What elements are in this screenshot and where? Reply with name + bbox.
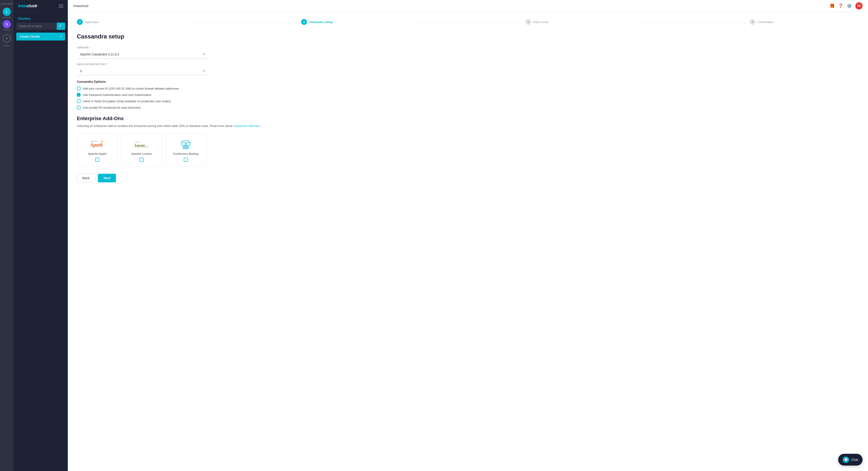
account-instaclustr[interactable]: I Instaclustr xyxy=(3,8,11,18)
main-content: ✓ Application 2 Cassandra Setup 3 Data C… xyxy=(68,12,868,471)
checkbox-private-ip-box[interactable] xyxy=(77,106,81,109)
lucene-icon: APACHE Lucene xyxy=(135,139,148,150)
checkbox-auth-label: Use Password Authentication and User Aut… xyxy=(83,93,151,97)
gift-icon: 🎁 xyxy=(830,3,835,8)
step-circle-4: 4 xyxy=(749,19,755,25)
addons-grid: APACHE Spark ★ Apache Spark APACHE Lucen… xyxy=(77,134,859,167)
replication-label: REPLICATION FACTOR * xyxy=(77,63,859,66)
addon-lucene-checkbox[interactable] xyxy=(140,158,144,162)
main-wrapper: Instaclustr 🎁 ❓ ⚙️ SS ✓ Application xyxy=(68,0,868,471)
addon-spark-checkbox[interactable] xyxy=(95,158,99,162)
addon-lucene-name: Apache Lucene xyxy=(131,152,152,155)
svg-text:Lucene: Lucene xyxy=(135,143,145,147)
checkbox-group: Add your current IP (220.245.32.246) to … xyxy=(77,87,859,109)
create-cluster-button[interactable]: Create Cluster + xyxy=(16,33,65,40)
backup-icon xyxy=(179,139,193,150)
nav-section-clusters: Clusters xyxy=(13,12,68,23)
checkbox-ip-box[interactable] xyxy=(77,87,81,90)
cassandra-options-title: Cassandra Options xyxy=(77,80,859,84)
step-circle-1: ✓ xyxy=(77,19,83,25)
addon-backup-checkbox[interactable] xyxy=(184,158,188,162)
gift-icon-button[interactable]: 🎁 xyxy=(830,3,835,8)
top-bar-title: Instaclustr xyxy=(73,4,89,8)
step-label-application: Application xyxy=(85,20,99,24)
nav-sidebar: instaclustr Clusters 🔍 Create Cluster + xyxy=(13,0,68,471)
account-avatar-instaclustr[interactable]: I xyxy=(3,8,11,16)
cassandra-options-group: Cassandra Options Add your current IP (2… xyxy=(77,80,859,109)
app-logo: instaclustr xyxy=(18,4,37,8)
cluster-search-button[interactable]: 🔍 xyxy=(57,23,65,30)
chat-button[interactable]: 💬 Chat xyxy=(838,454,863,466)
account-shivang[interactable]: S Shivang xyxy=(3,20,11,31)
back-button[interactable]: Back xyxy=(77,174,95,182)
step-confirmation: 4 Confirmation xyxy=(749,19,859,25)
checkbox-private-ip[interactable]: Use private IPs broadcast for auto-disco… xyxy=(77,106,859,109)
checkbox-encryption-label: Client ⇌ Node Encryption (Only available… xyxy=(83,99,171,103)
create-cluster-icon: + xyxy=(60,35,61,38)
addon-card-backup: Continuous Backup xyxy=(165,134,206,167)
page-title: Cassandra setup xyxy=(77,33,859,40)
account-name-shivang: Shivang xyxy=(4,29,10,31)
svg-text:★: ★ xyxy=(101,140,104,143)
replication-group: REPLICATION FACTOR * 1 2 3 4 5 xyxy=(77,63,859,75)
checkbox-auth-box[interactable] xyxy=(77,93,81,97)
btn-group: Back Next xyxy=(77,174,859,182)
nav-header: instaclustr xyxy=(13,0,68,12)
svg-point-8 xyxy=(186,142,191,146)
chat-label: Chat xyxy=(851,458,858,462)
stepper: ✓ Application 2 Cassandra Setup 3 Data C… xyxy=(77,19,859,25)
step-label-confirmation: Confirmation xyxy=(757,20,774,24)
account-avatar-shivang[interactable]: S xyxy=(3,20,11,28)
step-data-centre: 3 Data Centre xyxy=(525,19,635,25)
search-icon: 🔍 xyxy=(59,24,63,28)
account-name-instaclustr: Instaclustr xyxy=(3,16,11,18)
checkbox-encryption-box[interactable] xyxy=(77,99,81,103)
accounts-label: ACCOUNTS xyxy=(1,3,13,5)
version-required: * xyxy=(88,47,90,49)
chat-icon: 💬 xyxy=(843,457,849,463)
top-bar-actions: 🎁 ❓ ⚙️ SS xyxy=(830,2,863,9)
hamburger-menu[interactable] xyxy=(59,4,63,8)
step-connector-3 xyxy=(638,22,747,22)
step-connector-1 xyxy=(189,22,298,22)
addon-card-spark: APACHE Spark ★ Apache Spark xyxy=(77,134,118,167)
help-icon-button[interactable]: ❓ xyxy=(838,3,843,8)
svg-point-11 xyxy=(183,148,188,149)
create-label: Create xyxy=(4,45,9,47)
step-application: ✓ Application xyxy=(77,19,186,25)
step-label-datacentre: Data Centre xyxy=(533,20,549,24)
replication-select[interactable]: 1 2 3 4 5 xyxy=(77,67,208,75)
addon-card-lucene: APACHE Lucene Apache Lucene xyxy=(121,134,162,167)
spark-icon: APACHE Spark ★ xyxy=(90,139,104,150)
checkbox-encryption[interactable]: Client ⇌ Node Encryption (Only available… xyxy=(77,99,859,103)
user-avatar-top[interactable]: SS xyxy=(855,2,863,9)
checkbox-private-ip-label: Use private IPs broadcast for auto-disco… xyxy=(83,106,141,109)
cassandra-addons-link[interactable]: Cassandra Add-Ons xyxy=(233,124,260,127)
top-bar: Instaclustr 🎁 ❓ ⚙️ SS xyxy=(68,0,868,12)
addon-spark-name: Apache Spark xyxy=(88,152,106,155)
cluster-search-input[interactable] xyxy=(16,23,57,30)
help-icon: ❓ xyxy=(838,3,843,8)
svg-text:APACHE: APACHE xyxy=(135,141,140,143)
replication-required: * xyxy=(105,63,107,66)
step-label-cassandra: Cassandra Setup xyxy=(309,20,333,24)
step-connector-2 xyxy=(413,22,523,22)
enterprise-title: Enterprise Add-Ons xyxy=(77,116,859,121)
enterprise-desc: Selecting an enterprise add-on enables t… xyxy=(77,124,859,128)
step-circle-2: 2 xyxy=(301,19,307,25)
step-circle-3: 3 xyxy=(525,19,531,25)
version-label: VERSION * xyxy=(77,47,859,49)
checkbox-ip[interactable]: Add your current IP (220.245.32.246) to … xyxy=(77,87,859,90)
version-select[interactable]: Apache Cassandra 3.11.8.2 Apache Cassand… xyxy=(77,50,208,59)
addon-backup-name: Continuous Backup xyxy=(173,152,199,155)
chat-bubble-icon: 💬 xyxy=(844,458,848,462)
next-button[interactable]: Next xyxy=(98,174,116,182)
version-group: VERSION * Apache Cassandra 3.11.8.2 Apac… xyxy=(77,47,859,59)
checkmark-icon: ✓ xyxy=(79,20,81,24)
gear-icon: ⚙️ xyxy=(847,3,852,8)
settings-icon-button[interactable]: ⚙️ xyxy=(847,3,852,8)
checkbox-auth[interactable]: Use Password Authentication and User Aut… xyxy=(77,93,859,97)
step-cassandra-setup: 2 Cassandra Setup xyxy=(301,19,410,25)
checkbox-ip-label: Add your current IP (220.245.32.246) to … xyxy=(83,87,179,90)
create-account-button[interactable]: + xyxy=(3,34,11,42)
